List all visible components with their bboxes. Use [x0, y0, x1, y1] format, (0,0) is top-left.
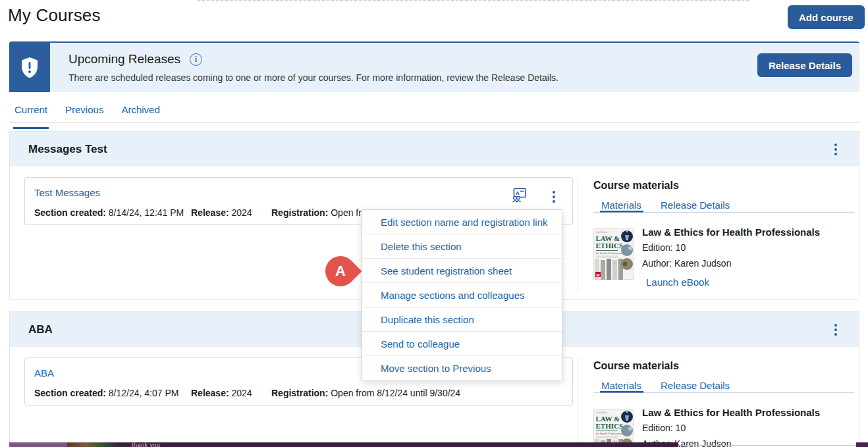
add-course-button[interactable]: Add course	[788, 5, 865, 29]
book-edition: Edition: 10	[642, 242, 686, 253]
launch-ebook-link[interactable]: Launch eBook	[646, 276, 709, 288]
svg-text:ETHICS: ETHICS	[596, 242, 624, 250]
tab-previous[interactable]: Previous	[65, 104, 103, 122]
section-link[interactable]: ABA	[34, 367, 54, 379]
tab-release-details[interactable]: Release Details	[661, 199, 730, 211]
section-created: Section created: 8/12/24, 4:07 PM	[34, 388, 178, 398]
section-release: Release: 2024	[191, 207, 252, 218]
banner-body: Upcoming Releases i There are scheduled …	[50, 43, 859, 92]
course-title: Messages Test	[28, 143, 107, 156]
clipped-banner-fragment-right	[856, 442, 868, 447]
kebab-menu-icon[interactable]	[831, 321, 840, 338]
clipped-banner-photo	[67, 442, 120, 447]
book-title: Law & Ethics for Health Professionals	[642, 226, 840, 238]
tab-divider-line	[593, 392, 854, 393]
section-created: Section created: 8/14/24, 12:41 PM	[34, 207, 184, 218]
banner-message: There are scheduled releases coming to o…	[68, 72, 859, 83]
release-details-button[interactable]: Release Details	[757, 53, 852, 77]
tab-materials[interactable]: Materials	[601, 380, 641, 391]
panel-divider	[578, 178, 578, 294]
course-title: ABA	[28, 323, 53, 336]
tab-release-details[interactable]: Release Details	[661, 380, 730, 391]
svg-text:M: M	[597, 273, 600, 277]
svg-text:for Health Professionals: for Health Professionals	[596, 432, 624, 435]
my-courses-page: My Courses Add course Upcoming Releases …	[0, 0, 868, 447]
menu-item-edit-section-name[interactable]: Edit section name and registration link	[362, 210, 562, 234]
course-materials-heading: Course materials	[593, 180, 679, 192]
tab-materials[interactable]: Materials	[601, 199, 641, 211]
svg-text:Tenth Edition: Tenth Edition	[596, 231, 608, 234]
tab-current[interactable]: Current	[14, 104, 47, 122]
info-icon[interactable]: i	[190, 53, 202, 66]
svg-text:for Health Professionals: for Health Professionals	[596, 251, 624, 255]
menu-item-see-student-registration-sheet[interactable]: See student registration sheet	[362, 259, 562, 283]
svg-text:Tenth Edition: Tenth Edition	[596, 411, 608, 414]
clipped-bottom-banner: thank you	[9, 442, 678, 447]
section-link[interactable]: Test Messages	[34, 187, 100, 198]
menu-item-send-to-colleague[interactable]: Send to colleague	[362, 332, 562, 356]
shield-alert-icon	[9, 43, 50, 92]
course-card-header: Messages Test	[10, 132, 859, 167]
course-materials-heading: Course materials	[593, 360, 679, 372]
banner-title: Upcoming Releases	[68, 52, 180, 66]
course-list-tabs: Current Previous Archived	[9, 104, 859, 122]
book-title: Law & Ethics for Health Professionals	[642, 407, 840, 418]
section-release: Release: 2024	[191, 388, 252, 398]
book-author: Author: Karen Judson	[642, 258, 731, 269]
menu-item-move-section-previous[interactable]: Move section to Previous	[362, 356, 562, 381]
clipped-banner-text: thank you	[120, 442, 161, 447]
tab-archived[interactable]: Archived	[121, 104, 159, 122]
book-cover[interactable]: Tenth Edition LAW & ETHICS for Health Pr…	[593, 228, 634, 280]
book-edition: Edition: 10	[642, 423, 686, 433]
kebab-menu-icon[interactable]	[549, 188, 558, 205]
page-title: My Courses	[8, 5, 101, 26]
menu-item-delete-section[interactable]: Delete this section	[362, 234, 562, 259]
svg-text:ETHICS: ETHICS	[596, 422, 624, 430]
roster-card-icon[interactable]: A	[510, 187, 528, 206]
clipped-top-text-row	[198, 0, 749, 1]
section-registration: Registration: Open fro	[271, 207, 367, 218]
menu-item-manage-sections-colleagues[interactable]: Manage sections and colleagues	[362, 283, 562, 307]
upcoming-releases-banner: Upcoming Releases i There are scheduled …	[9, 41, 859, 92]
section-registration: Registration: Open from 8/12/24 until 9/…	[271, 388, 460, 398]
panel-divider	[578, 358, 578, 447]
section-context-menu: Edit section name and registration link …	[362, 209, 562, 381]
tab-divider-line	[593, 212, 854, 213]
kebab-menu-icon[interactable]	[831, 141, 840, 158]
svg-text:A: A	[516, 190, 520, 196]
menu-item-duplicate-section[interactable]: Duplicate this section	[362, 307, 562, 332]
clipped-banner-fragment	[9, 442, 67, 447]
book-cover[interactable]: Tenth Edition LAW & ETHICS for Health Pr…	[593, 409, 634, 447]
